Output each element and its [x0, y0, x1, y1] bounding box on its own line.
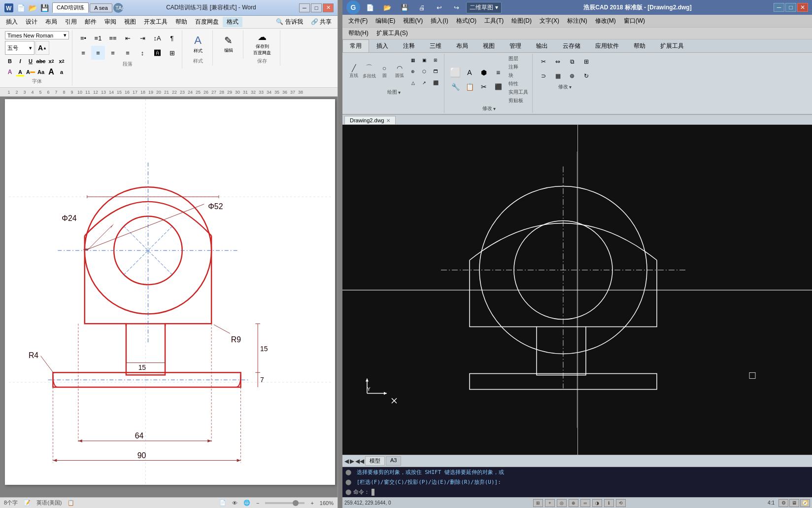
- extra-mod-btn2[interactable]: ⬛: [491, 80, 505, 94]
- font-dropdown-icon[interactable]: ▾: [64, 32, 67, 38]
- justify-btn[interactable]: ≡: [121, 46, 135, 60]
- close-button[interactable]: ✕: [323, 3, 334, 12]
- modify-expand-icon[interactable]: ▾: [493, 106, 496, 111]
- highlight-btn[interactable]: A: [26, 67, 35, 77]
- rotate-btn[interactable]: ↻: [579, 69, 593, 83]
- cad-drawing2-tab[interactable]: Drawing2.dwg ✕: [344, 116, 396, 124]
- annotate-btn[interactable]: A: [463, 66, 476, 79]
- word-doc-area[interactable]: Φ24 Φ52 R4 R9: [0, 97, 338, 497]
- edit-btn[interactable]: ✎ 编辑: [218, 31, 239, 57]
- cad-quickprop-btn[interactable]: ℹ: [604, 499, 614, 507]
- modify2-expand-icon[interactable]: ▾: [569, 84, 572, 90]
- cad-tab-3d[interactable]: 三维: [422, 39, 449, 52]
- cad-polar-btn[interactable]: ◎: [557, 499, 567, 507]
- cad-menu-view[interactable]: 视图(V): [399, 16, 427, 26]
- open-icon[interactable]: 📂: [28, 3, 37, 13]
- new-doc-icon[interactable]: 📄: [16, 3, 26, 13]
- focus-btn[interactable]: 👁: [232, 500, 237, 506]
- utility-btn[interactable]: 🔧: [448, 80, 462, 94]
- menu-review[interactable]: 审阅: [101, 17, 120, 27]
- menu-reference[interactable]: 引用: [61, 17, 81, 27]
- cad-open-btn[interactable]: 📂: [379, 0, 395, 15]
- array-btn[interactable]: ▦: [551, 69, 565, 83]
- draw-more-btn1[interactable]: ▦: [407, 55, 418, 66]
- extra-mod-btn1[interactable]: ✂: [477, 80, 491, 94]
- big-a-btn[interactable]: A: [46, 67, 56, 77]
- maximize-button[interactable]: □: [311, 3, 322, 12]
- draw-misc-btn2[interactable]: 🗖: [430, 66, 441, 77]
- menu-help[interactable]: 帮助: [171, 17, 191, 27]
- cad-nav-next-btn[interactable]: ▶: [350, 458, 354, 465]
- cad-menu-insert[interactable]: 插入(I): [427, 16, 452, 26]
- list-number-btn[interactable]: ≡1: [91, 31, 105, 45]
- zoom-out-btn[interactable]: −: [256, 500, 259, 506]
- cad-redo-btn[interactable]: ↪: [448, 0, 464, 15]
- small-a-btn[interactable]: a: [57, 67, 67, 77]
- layout-btn[interactable]: 📄: [219, 500, 226, 506]
- cad-tab-apps[interactable]: 应用软件: [588, 39, 626, 52]
- menu-layout[interactable]: 布局: [41, 17, 61, 27]
- cad-close-btn[interactable]: ✕: [797, 3, 808, 12]
- word-tab-cad[interactable]: CAD培训练: [52, 2, 89, 13]
- cad-new-btn[interactable]: 📄: [362, 0, 378, 15]
- align-right-btn[interactable]: ≡: [106, 46, 120, 60]
- indent-decrease-btn[interactable]: ⇤: [121, 31, 135, 45]
- menu-share[interactable]: 🔗 共享: [307, 17, 336, 27]
- draw-extra-btn2[interactable]: ⬡: [419, 66, 430, 77]
- cad-tab-cloud[interactable]: 云存储: [555, 39, 588, 52]
- cad-menu-window[interactable]: 窗口(W): [620, 16, 649, 26]
- menu-design[interactable]: 设计: [22, 17, 41, 27]
- mirror-btn[interactable]: ⊞: [579, 55, 593, 69]
- cad-osnap-btn[interactable]: ⊕: [569, 499, 578, 507]
- cad-tab-exttools[interactable]: 扩展工具: [653, 39, 691, 52]
- zoom-slider[interactable]: [265, 502, 304, 504]
- save-baidu-btn[interactable]: ☁ 保存到百度网盘: [247, 31, 277, 57]
- copy-btn[interactable]: ⧉: [565, 55, 579, 69]
- border-btn[interactable]: ⊞: [165, 46, 179, 60]
- properties-btn[interactable]: ≡: [491, 66, 505, 79]
- cad-view-dropdown[interactable]: 二维草图: [470, 3, 493, 12]
- circle-tool-btn[interactable]: ○ 圆: [377, 64, 392, 79]
- cad-minimize-btn[interactable]: ─: [774, 3, 784, 12]
- cad-tab-manage[interactable]: 管理: [502, 39, 529, 52]
- zoom-in-btn[interactable]: +: [310, 500, 313, 506]
- cad-settings-btn[interactable]: ⚙: [778, 499, 788, 507]
- draw-extra-btn3[interactable]: ↗: [419, 77, 430, 88]
- cad-lineweight-btn[interactable]: ═: [580, 499, 590, 507]
- cad-tab-output[interactable]: 输出: [529, 39, 555, 52]
- cad-menu-file[interactable]: 文件(F): [344, 16, 372, 26]
- underline-btn[interactable]: U: [26, 56, 35, 66]
- cad-model-tab[interactable]: 模型: [365, 456, 385, 466]
- save-icon[interactable]: 💾: [39, 3, 49, 13]
- list-bullet-btn[interactable]: ≡•: [76, 31, 90, 45]
- cad-nav-btn[interactable]: 🧭: [800, 499, 810, 507]
- menu-baidu[interactable]: 百度网盘: [191, 17, 223, 27]
- layer-btn[interactable]: ⬜: [448, 66, 462, 79]
- polyline-tool-btn[interactable]: ⌒ 多段线: [362, 64, 376, 79]
- word-tab-sea[interactable]: A sea: [90, 3, 112, 12]
- cad-nav-prev-btn[interactable]: ◀: [344, 458, 349, 465]
- cad-transparency-btn[interactable]: ◑: [592, 499, 602, 507]
- increase-font-btn[interactable]: A▲: [35, 41, 49, 55]
- cad-canvas[interactable]: Y: [342, 125, 812, 455]
- cad-view-dropdown-icon[interactable]: ▾: [495, 4, 498, 11]
- superscript-btn[interactable]: x2: [57, 56, 67, 66]
- cad-maximize-btn[interactable]: □: [785, 3, 796, 12]
- cad-nav-first-btn[interactable]: ◀◀: [355, 458, 364, 465]
- styles-btn[interactable]: A 样式: [187, 31, 209, 57]
- cad-tab-help[interactable]: 帮助: [626, 39, 653, 52]
- cad-tab-view[interactable]: 视图: [475, 39, 502, 52]
- draw-more-btn2[interactable]: ⊕: [407, 66, 418, 77]
- show-marks-btn[interactable]: ¶: [165, 31, 179, 45]
- minimize-button[interactable]: ─: [299, 3, 310, 12]
- bold-btn[interactable]: B: [5, 56, 15, 66]
- cad-menu-exttools[interactable]: 扩展工具(S): [372, 28, 412, 38]
- draw-misc-btn1[interactable]: ⊞: [430, 55, 441, 66]
- cad-tab-common[interactable]: 常用: [342, 39, 369, 52]
- text-color-btn[interactable]: A: [15, 67, 25, 77]
- menu-devtools[interactable]: 开发工具: [140, 17, 171, 27]
- cad-menu-modify[interactable]: 修改(M): [591, 16, 620, 26]
- cad-snap-btn[interactable]: ⊞: [533, 499, 543, 507]
- extend-btn[interactable]: ⇔: [551, 55, 565, 69]
- line-tool-btn[interactable]: ╱ 直线: [346, 64, 361, 79]
